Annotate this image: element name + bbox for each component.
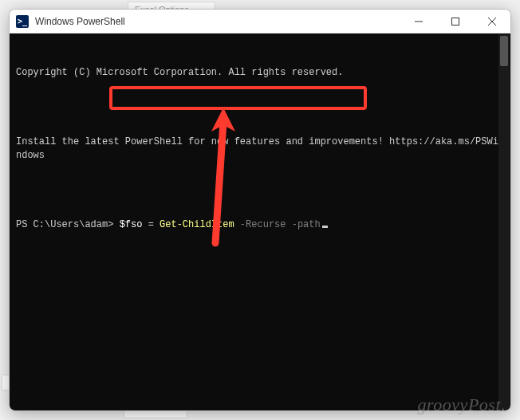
close-button[interactable] — [474, 10, 510, 33]
svg-rect-1 — [452, 18, 459, 25]
terminal-line-install: Install the latest PowerShell for new fe… — [16, 135, 504, 163]
ps-prompt: PS C:\Users\adam> — [16, 219, 120, 230]
watermark: groovyPost. — [418, 394, 506, 415]
ps-param-recurse: -Recurse — [234, 219, 286, 230]
maximize-icon — [451, 18, 459, 26]
ps-variable: $fso — [120, 219, 143, 230]
terminal-command-line: PS C:\Users\adam> $fso = Get-ChildItem -… — [16, 218, 504, 232]
terminal-cursor — [322, 226, 328, 228]
window-controls — [400, 10, 510, 33]
close-icon — [488, 18, 496, 26]
scrollbar-track[interactable] — [498, 34, 510, 410]
watermark-dot: . — [501, 394, 506, 414]
minimize-button[interactable] — [400, 10, 437, 33]
scrollbar-thumb[interactable] — [500, 36, 508, 66]
terminal-line-copyright: Copyright (C) Microsoft Corporation. All… — [16, 66, 504, 80]
terminal-area[interactable]: Copyright (C) Microsoft Corporation. All… — [10, 33, 510, 410]
window-title: Windows PowerShell — [35, 16, 400, 27]
watermark-sub: Post — [468, 394, 501, 414]
ps-param-path: -path — [286, 219, 320, 230]
titlebar[interactable]: >_ Windows PowerShell — [10, 10, 510, 33]
ps-equals: = — [142, 219, 160, 230]
powershell-window: >_ Windows PowerShell Copyright (C) Micr… — [9, 9, 511, 411]
powershell-icon: >_ — [16, 15, 29, 28]
watermark-main: groovy — [418, 394, 468, 414]
minimize-icon — [415, 18, 423, 26]
maximize-button[interactable] — [437, 10, 474, 33]
ps-cmdlet: Get-ChildItem — [160, 219, 234, 230]
